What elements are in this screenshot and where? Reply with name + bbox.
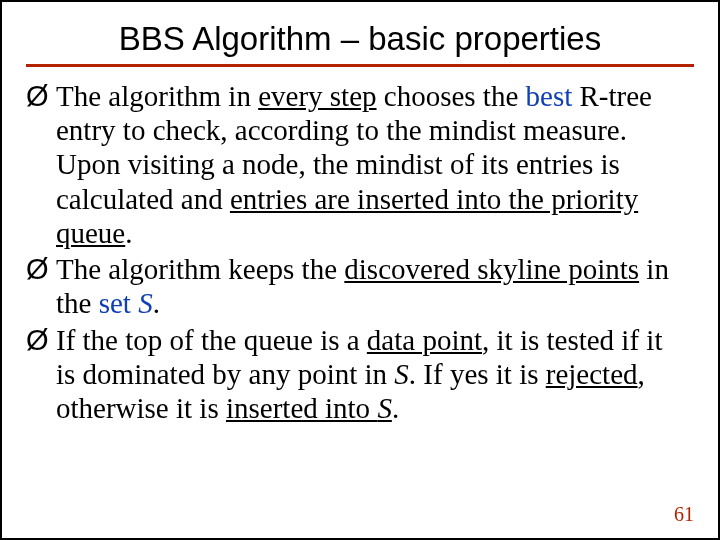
page-number: 61 — [674, 503, 694, 526]
emph-best: best — [526, 80, 573, 112]
underline-run: discovered skyline points — [344, 253, 639, 285]
emph-S: S — [138, 287, 153, 319]
bullet-item-1: Ø The algorithm in every step chooses th… — [26, 79, 684, 250]
chevron-icon: Ø — [26, 323, 49, 357]
chevron-icon: Ø — [26, 252, 49, 286]
emph-S: S — [394, 358, 409, 390]
emph-S: S — [377, 392, 392, 424]
underline-run: data point — [367, 324, 482, 356]
slide-title: BBS Algorithm – basic properties — [26, 20, 694, 58]
underline-run: every step — [258, 80, 376, 112]
text-run: chooses the — [377, 80, 526, 112]
underline-run: rejected — [546, 358, 638, 390]
text-run: If the top of the queue is a — [56, 324, 367, 356]
text-run: The algorithm in — [56, 80, 258, 112]
text-run: . — [392, 392, 399, 424]
chevron-icon: Ø — [26, 79, 49, 113]
underline-run: inserted into — [226, 392, 377, 424]
text-run: . — [153, 287, 160, 319]
text-run: . If yes it is — [409, 358, 546, 390]
slide-body: Ø The algorithm in every step chooses th… — [26, 79, 694, 425]
slide: BBS Algorithm – basic properties Ø The a… — [0, 0, 720, 540]
text-run: . — [125, 217, 132, 249]
emph-set: set — [99, 287, 138, 319]
bullet-item-3: Ø If the top of the queue is a data poin… — [26, 323, 684, 426]
text-run: The algorithm keeps the — [56, 253, 344, 285]
bullet-item-2: Ø The algorithm keeps the discovered sky… — [26, 252, 684, 320]
title-rule — [26, 64, 694, 67]
